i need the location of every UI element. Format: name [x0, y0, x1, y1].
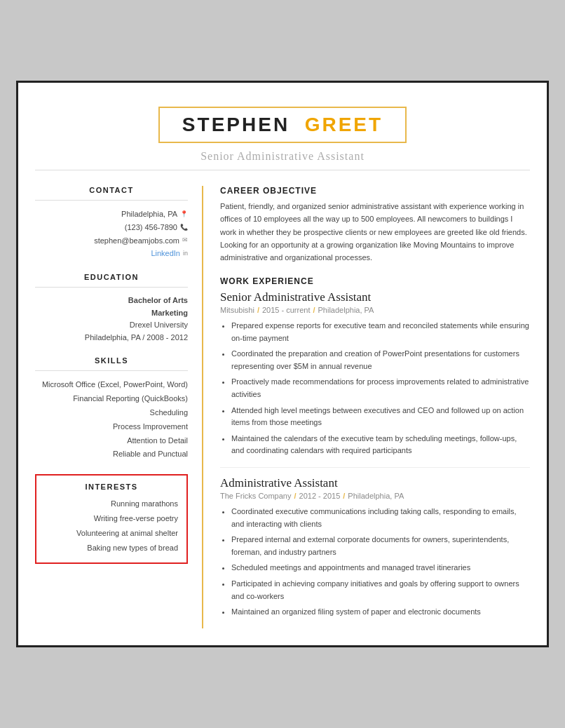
job-company: Mitsubishi — [220, 306, 254, 314]
list-item: Scheduled meetings and appointments and … — [231, 562, 530, 574]
career-objective-section: CAREER OBJECTIVE Patient, friendly, and … — [220, 186, 530, 264]
header-divider — [35, 170, 530, 170]
location-icon: 📍 — [180, 209, 188, 220]
contact-section: CONTACT Philadelphia, PA 📍 (123) 456-789… — [35, 186, 188, 260]
interest-item: Baking new types of bread — [45, 541, 178, 555]
skill-item: Financial Reporting (QuickBooks) — [35, 392, 188, 406]
skill-item: Microsoft Office (Excel, PowerPoint, Wor… — [35, 378, 188, 392]
job-title: Senior Administrative Assistant — [220, 290, 530, 304]
work-experience-title: WORK EXPERIENCE — [220, 276, 530, 286]
list-item: Maintained the calendars of the executiv… — [231, 433, 530, 457]
list-item: Attended high level meetings between exe… — [231, 405, 530, 429]
meta-slash: / — [257, 306, 259, 314]
interests-section: INTERESTS Running marathonsWriting free-… — [35, 474, 188, 564]
jobs-container: Senior Administrative AssistantMitsubish… — [220, 290, 530, 619]
interests-list: Running marathonsWriting free-verse poet… — [45, 497, 178, 555]
skill-item: Scheduling — [35, 406, 188, 420]
job-company: The Fricks Company — [220, 492, 291, 500]
career-objective-text: Patient, friendly, and organized senior … — [220, 200, 530, 264]
name-box: STEPHEN GREET — [158, 107, 407, 143]
job-title: Administrative Assistant — [220, 476, 530, 490]
header: STEPHEN GREET Senior Administrative Assi… — [35, 100, 530, 180]
job-divider — [220, 467, 530, 468]
list-item: Participated in achieving company initia… — [231, 578, 530, 602]
interest-item: Running marathons — [45, 497, 178, 511]
list-item: Proactively made recommendations for pro… — [231, 376, 530, 400]
job-entry: Administrative AssistantThe Fricks Compa… — [220, 476, 530, 619]
list-item: Coordinated executive communications inc… — [231, 506, 530, 530]
skill-item: Process Improvement — [35, 420, 188, 434]
interests-box: INTERESTS Running marathonsWriting free-… — [35, 474, 188, 564]
left-column: CONTACT Philadelphia, PA 📍 (123) 456-789… — [35, 186, 203, 628]
education-content: Bachelor of Arts Marketing Drexel Univer… — [35, 295, 188, 344]
job-meta: The Fricks Company / 2012 - 2015 / Phila… — [220, 492, 530, 500]
work-experience-section: WORK EXPERIENCE Senior Administrative As… — [220, 276, 530, 619]
skills-title: SKILLS — [35, 356, 188, 365]
university: Drexel University — [35, 319, 188, 332]
interests-title: INTERESTS — [45, 483, 178, 491]
contact-linkedin[interactable]: LinkedIn in — [35, 247, 188, 260]
skill-item: Reliable and Punctual — [35, 447, 188, 461]
degree-line2: Marketing — [35, 307, 188, 320]
email-icon: ✉ — [182, 235, 188, 245]
full-name: STEPHEN GREET — [182, 114, 383, 136]
skills-section: SKILLS Microsoft Office (Excel, PowerPoi… — [35, 356, 188, 461]
meta-slash: / — [294, 492, 296, 500]
meta-slash2: / — [343, 492, 345, 500]
job-subtitle: Senior Administrative Assistant — [35, 150, 530, 163]
job-bullets: Prepared expense reports for executive t… — [220, 320, 530, 457]
contact-location: Philadelphia, PA 📍 — [35, 208, 188, 221]
resume-page: STEPHEN GREET Senior Administrative Assi… — [16, 81, 549, 647]
degree-line1: Bachelor of Arts — [35, 295, 188, 307]
interest-item: Writing free-verse poetry — [45, 511, 178, 526]
edu-location-year: Philadelphia, PA / 2008 - 2012 — [35, 332, 188, 344]
main-layout: CONTACT Philadelphia, PA 📍 (123) 456-789… — [35, 186, 530, 628]
job-bullets: Coordinated executive communications inc… — [220, 506, 530, 619]
right-column: CAREER OBJECTIVE Patient, friendly, and … — [203, 186, 530, 628]
education-divider — [35, 287, 188, 288]
last-name: GREET — [305, 114, 383, 135]
linkedin-icon: in — [183, 248, 188, 259]
list-item: Prepared internal and external corporate… — [231, 534, 530, 558]
job-period: 2012 - 2015 — [299, 492, 341, 500]
skill-item: Attention to Detail — [35, 434, 188, 448]
job-period: 2015 - current — [262, 306, 310, 314]
education-section: EDUCATION Bachelor of Arts Marketing Dre… — [35, 273, 188, 344]
career-objective-title: CAREER OBJECTIVE — [220, 186, 530, 196]
contact-email: stephen@beamjobs.com ✉ — [35, 234, 188, 248]
education-title: EDUCATION — [35, 273, 188, 281]
job-location: Philadelphia, PA — [348, 492, 404, 500]
contact-title: CONTACT — [35, 186, 188, 194]
meta-slash2: / — [313, 306, 315, 314]
job-entry: Senior Administrative AssistantMitsubish… — [220, 290, 530, 468]
job-location: Philadelphia, PA — [318, 306, 374, 314]
list-item: Prepared expense reports for executive t… — [231, 320, 530, 344]
contact-phone: (123) 456-7890 📞 — [35, 221, 188, 234]
skills-divider — [35, 370, 188, 371]
first-name: STEPHEN — [182, 114, 290, 135]
list-item: Maintained an organized filing system of… — [231, 606, 530, 619]
phone-icon: 📞 — [180, 222, 188, 233]
interest-item: Volunteering at animal shelter — [45, 526, 178, 541]
contact-divider — [35, 200, 188, 201]
skills-list: Microsoft Office (Excel, PowerPoint, Wor… — [35, 378, 188, 461]
list-item: Coordinated the preparation and creation… — [231, 348, 530, 372]
job-meta: Mitsubishi / 2015 - current / Philadelph… — [220, 306, 530, 314]
